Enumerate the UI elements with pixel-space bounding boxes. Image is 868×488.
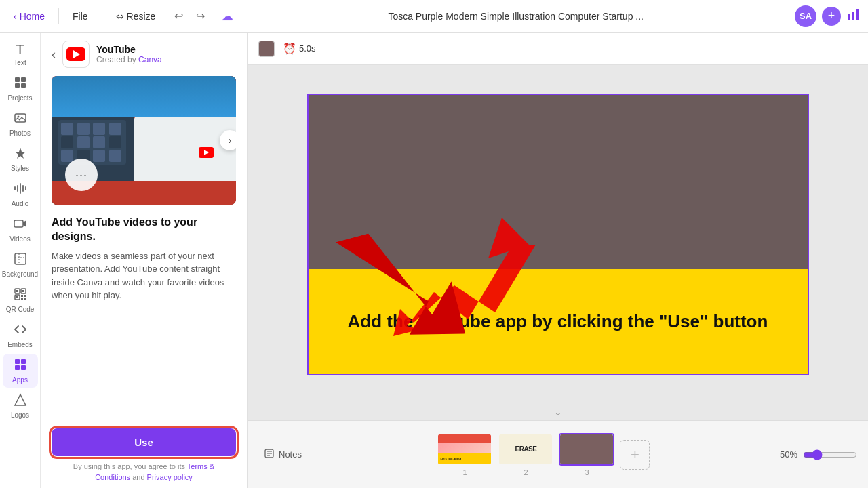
file-button[interactable]: File [67, 8, 94, 24]
svg-rect-3 [15, 77, 20, 82]
duration-value: 5.0s [299, 43, 316, 54]
svg-rect-17 [21, 295, 23, 297]
add-slide-button[interactable]: + [620, 440, 650, 470]
sidebar-logos-label: Logos [11, 411, 29, 419]
sidebar-text-label: Text [14, 59, 26, 66]
app-name: YouTube [96, 44, 162, 55]
sidebar-item-styles[interactable]: Styles [3, 142, 38, 176]
sidebar-item-projects[interactable]: Projects [3, 72, 38, 106]
resize-button[interactable]: ⇔ Resize [111, 8, 161, 24]
svg-rect-7 [15, 114, 26, 122]
slide-thumb-2[interactable]: ERASE 2 [498, 433, 553, 476]
document-title: Tosca Purple Modern Simple Illustration … [388, 11, 644, 22]
svg-rect-0 [848, 14, 850, 20]
svg-rect-23 [15, 365, 20, 370]
slide-text: Add the YouTube app by clicking the "Use… [348, 310, 768, 333]
audio-icon [14, 182, 27, 199]
notes-icon [264, 448, 275, 461]
panel-footer: Use By using this app, you agree to its … [41, 420, 247, 488]
avatar[interactable]: SA [795, 5, 816, 27]
sidebar-item-apps[interactable]: Apps [3, 354, 38, 388]
terms-text: By using this app, you agree to its Term… [52, 462, 236, 483]
projects-icon [14, 76, 27, 93]
text-icon: T [16, 42, 24, 58]
svg-rect-16 [16, 296, 18, 298]
filmstrip-controls: 50% [780, 449, 857, 460]
slide-3-number: 3 [585, 468, 589, 476]
created-by-text: Created by Canva [96, 55, 162, 64]
svg-rect-2 [856, 9, 859, 20]
slide-2-number: 2 [524, 468, 528, 476]
sidebar-icons: T Text Projects Photos Styles Audio [0, 33, 41, 488]
canvas-area: ⏰ 5.0s Add the YouTube app by clicking t… [248, 33, 868, 488]
background-color-swatch[interactable] [258, 41, 275, 57]
separator [58, 8, 59, 24]
svg-rect-21 [15, 359, 20, 364]
filmstrip: Notes Let's Talk About [248, 420, 868, 488]
description-body: Make videos a seamless part of your next… [52, 249, 236, 302]
logos-icon [14, 393, 27, 410]
topbar: ‹ Home File ⇔ Resize ↩ ↪ ☁ Tosca Purple … [0, 0, 868, 33]
canvas-bottom: ⌄ Notes Let [248, 404, 868, 488]
svg-rect-20 [24, 298, 26, 300]
sidebar-item-qrcode[interactable]: QR Code [3, 283, 38, 317]
notes-label: Notes [279, 449, 302, 460]
panel-header: ‹ YouTube Created by Canva [41, 33, 247, 76]
sidebar-item-text[interactable]: T Text [3, 38, 38, 70]
next-preview-button[interactable]: › [220, 130, 236, 150]
resize-icon: ⇔ [116, 11, 124, 22]
canvas-workspace[interactable]: Add the YouTube app by clicking the "Use… [248, 65, 868, 404]
cloud-save-icon[interactable]: ☁ [218, 7, 237, 26]
apps-icon [14, 358, 27, 375]
styles-icon [14, 146, 27, 163]
use-button-ring [49, 426, 239, 459]
undo-button[interactable]: ↩ [169, 7, 188, 26]
main-content: T Text Projects Photos Styles Audio [0, 33, 868, 488]
slide-canvas: Add the YouTube app by clicking the "Use… [307, 94, 809, 375]
sidebar-item-audio[interactable]: Audio [3, 178, 38, 211]
sidebar-item-logos[interactable]: Logos [3, 389, 38, 423]
youtube-logo [62, 41, 90, 68]
sidebar-item-videos[interactable]: Videos [3, 213, 38, 247]
canvas-toolbar: ⏰ 5.0s [248, 33, 868, 65]
embeds-icon [14, 323, 27, 340]
sidebar-styles-label: Styles [11, 165, 29, 172]
description-title: Add YouTube videos to your designs. [52, 216, 236, 244]
sidebar-background-label: Background [2, 270, 38, 278]
redo-button[interactable]: ↪ [191, 7, 210, 26]
sidebar-audio-label: Audio [12, 200, 29, 207]
privacy-link[interactable]: Privacy policy [147, 473, 193, 481]
chevron-down-icon[interactable]: ⌄ [554, 407, 562, 418]
sidebar-qrcode-label: QR Code [6, 306, 35, 313]
creator-link[interactable]: Canva [138, 55, 162, 64]
back-button[interactable]: ‹ [52, 47, 56, 62]
svg-rect-14 [22, 290, 24, 292]
svg-rect-24 [21, 365, 26, 370]
svg-rect-18 [24, 295, 26, 297]
sidebar-item-background[interactable]: Background [3, 248, 38, 282]
sidebar-item-embeds[interactable]: Embeds [3, 319, 38, 352]
svg-rect-1 [852, 12, 854, 20]
sidebar-apps-label: Apps [12, 376, 28, 384]
analytics-icon[interactable] [846, 7, 860, 24]
svg-rect-19 [21, 298, 23, 300]
svg-rect-9 [14, 220, 23, 227]
svg-marker-25 [15, 394, 26, 405]
duration-display: ⏰ 5.0s [283, 42, 316, 55]
sidebar-projects-label: Projects [7, 94, 32, 102]
dots-menu-button[interactable]: ··· [65, 159, 98, 191]
app-preview: ··· › [52, 76, 236, 205]
home-button[interactable]: ‹ Home [8, 8, 50, 24]
zoom-slider[interactable] [803, 449, 857, 460]
svg-rect-6 [21, 83, 26, 88]
background-icon [14, 252, 27, 269]
sidebar-item-photos[interactable]: Photos [3, 107, 38, 141]
share-plus-button[interactable]: + [822, 7, 841, 26]
slide-thumb-3[interactable]: 3 [559, 433, 614, 476]
slide-2-thumbnail: ERASE [498, 433, 553, 466]
svg-rect-10 [15, 253, 26, 264]
svg-rect-4 [21, 77, 26, 82]
slide-thumb-1[interactable]: Let's Talk About 1 [437, 433, 492, 476]
notes-button[interactable]: Notes [258, 444, 307, 465]
zoom-label: 50% [780, 449, 797, 460]
